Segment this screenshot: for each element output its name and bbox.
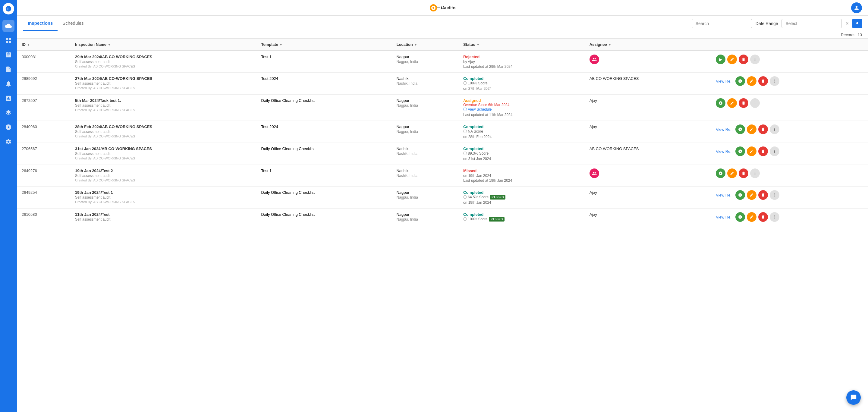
cell-assignee [585,165,711,187]
progress-button[interactable] [735,212,745,222]
location-city: Nagpur [396,212,454,217]
cell-assignee: Ajay [585,209,711,226]
inspection-name-primary: 5th Mar 2024/Task test 1. [75,98,252,103]
more-button[interactable] [750,98,760,108]
edit-button[interactable] [747,190,756,200]
edit-button[interactable] [727,168,737,178]
edit-button[interactable] [727,98,737,108]
progress-button[interactable] [716,168,725,178]
cell-assignee: Ajay [585,121,711,143]
sidebar-item-clipboard[interactable] [2,49,14,61]
more-button[interactable] [770,124,779,134]
sidebar-item-grid[interactable] [2,34,14,46]
delete-button[interactable] [758,147,768,156]
progress-button[interactable] [716,98,725,108]
template-filter-icon[interactable]: ▼ [279,43,283,46]
sidebar-item-settings[interactable] [2,136,14,148]
table-container: ID ▼ Inspection Name ▼ Template ▼ [17,39,868,412]
delete-button[interactable] [758,124,768,134]
play-button[interactable]: ▶ [716,55,725,64]
delete-button[interactable] [758,190,768,200]
assignee-name: AB CO-WORKING SPACES [590,147,639,151]
cell-location: NagpurNagpur, India [392,187,458,209]
more-button[interactable] [750,168,760,178]
cell-id: 2706567 [17,143,70,165]
edit-button[interactable] [727,55,737,64]
location-city: Nashik [396,147,454,151]
more-button[interactable] [750,55,760,64]
status-date: on 28th Feb 2024 [463,135,580,139]
progress-button[interactable] [735,190,745,200]
inspection-created-by: Created By: AB CO-WORKING SPACES [75,200,252,204]
more-button[interactable] [770,190,779,200]
col-header-location: Location ▼ [392,39,458,51]
inspections-table: ID ▼ Inspection Name ▼ Template ▼ [17,39,868,226]
more-button[interactable] [770,147,779,156]
assignee-avatar [590,168,599,178]
assignee-filter-icon[interactable]: ▼ [608,43,612,46]
sidebar-item-layers[interactable] [2,107,14,119]
edit-button[interactable] [747,124,756,134]
sidebar-item-chart[interactable] [2,92,14,104]
cell-assignee: Ajay [585,95,711,121]
status-date: on 27th Mar 2024 [463,87,580,91]
cell-id: 2649276 [17,165,70,187]
status-badge: PASSED [490,195,505,199]
view-report-link[interactable]: View Re... [716,79,734,84]
edit-button[interactable] [747,147,756,156]
status-date: on 19th Jan 2024 [463,173,580,178]
chat-button[interactable] [846,390,861,405]
date-range-select[interactable] [781,19,842,28]
inspection-name-sub: Self assessment audit [75,103,252,107]
inspection-name-sub: Self assessment audit [75,82,252,86]
sidebar-item-document[interactable] [2,63,14,75]
delete-button[interactable] [758,212,768,222]
delete-button[interactable] [758,76,768,86]
clear-button[interactable]: × [845,21,849,26]
sidebar-item-bell[interactable] [2,78,14,90]
id-filter-icon[interactable]: ▼ [27,43,30,46]
status-label: Completed [463,190,580,195]
col-header-assignee: Assignee ▼ [585,39,711,51]
progress-button[interactable] [735,124,745,134]
status-updated: Last updated at 19th Jan 2024 [463,179,580,183]
progress-button[interactable] [735,76,745,86]
cell-template: Daily Office Cleaning Checklist [256,143,392,165]
view-report-link[interactable]: View Re... [716,149,734,154]
location-country: Nagpur, India [396,195,454,199]
search-input[interactable] [692,19,752,28]
table-row: 2872507 5th Mar 2024/Task test 1. Self a… [17,95,868,121]
more-button[interactable] [770,76,779,86]
tab-inspections[interactable]: Inspections [23,16,58,31]
download-button[interactable] [852,19,862,28]
cell-status: Missedon 19th Jan 2024Last updated at 19… [458,165,585,187]
delete-button[interactable] [739,55,748,64]
view-report-link[interactable]: View Re... [716,127,734,132]
location-filter-icon[interactable]: ▼ [414,43,417,46]
location-city: Nashik [396,168,454,173]
view-schedule-link[interactable]: ⓘ View Schedule [463,107,580,112]
table-row: 2649254 19th Jan 2024/Test 1 Self assess… [17,187,868,209]
sidebar-logo[interactable] [3,3,14,14]
cell-actions: View Re... [711,143,868,165]
tab-schedules[interactable]: Schedules [58,16,88,31]
edit-button[interactable] [747,212,756,222]
table-row: 2610580 11th Jan 2024/Test Self assessme… [17,209,868,226]
delete-button[interactable] [739,168,748,178]
cell-actions: View Re... [711,187,868,209]
status-label: Assigned [463,98,580,103]
more-button[interactable] [770,212,779,222]
inspection-name-primary: 11th Jan 2024/Test [75,212,252,217]
cell-template: Test 2024 [256,121,392,143]
edit-button[interactable] [747,76,756,86]
cell-template: Daily Office Cleaning Checklist [256,187,392,209]
user-avatar[interactable] [851,2,862,13]
sidebar-item-target[interactable] [2,121,14,133]
view-report-link[interactable]: View Re... [716,193,734,197]
status-filter-icon[interactable]: ▼ [476,43,480,46]
name-filter-icon[interactable]: ▼ [107,43,111,46]
progress-button[interactable] [735,147,745,156]
delete-button[interactable] [739,98,748,108]
view-report-link[interactable]: View Re... [716,215,734,219]
sidebar-item-cloud[interactable] [2,20,14,32]
